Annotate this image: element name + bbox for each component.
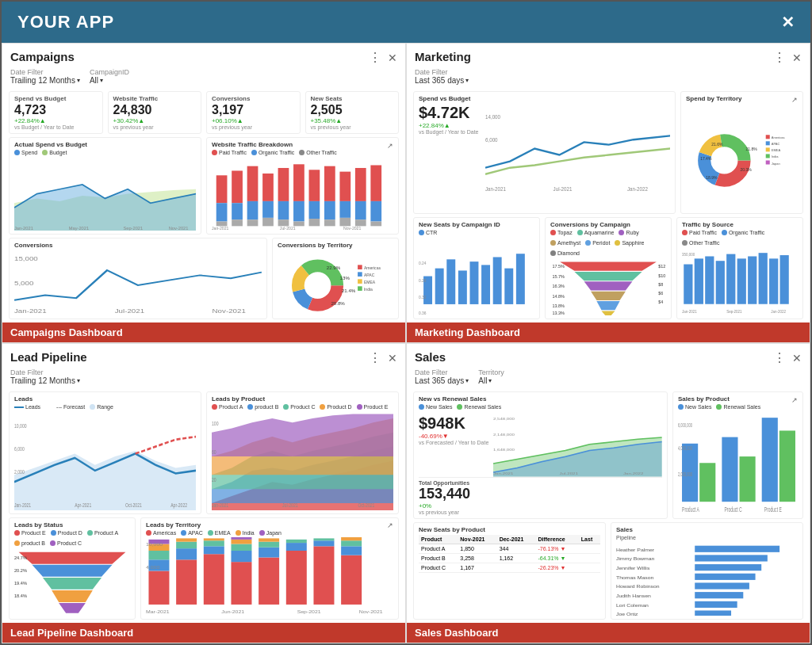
svg-text:0.24: 0.24 — [419, 261, 427, 265]
campaigns-menu-icon[interactable]: ⋮ — [369, 50, 381, 65]
svg-text:Jul-2021: Jul-2021 — [280, 226, 296, 231]
svg-text:Jimmy Bowman: Jimmy Bowman — [616, 556, 654, 561]
svg-text:Nov-2021: Nov-2021 — [359, 609, 384, 614]
total-opp-sub: vs previous year — [419, 510, 662, 515]
expand-leads-territory-icon[interactable]: ↗ — [387, 521, 393, 529]
svg-text:20.8%: 20.8% — [331, 300, 345, 306]
svg-text:22.9%: 22.9% — [327, 265, 341, 270]
sales-close-icon[interactable]: ✕ — [792, 352, 802, 364]
svg-rect-183 — [286, 540, 307, 543]
svg-rect-19 — [278, 201, 289, 219]
svg-marker-152 — [43, 578, 102, 590]
lead-pipeline-menu-icon[interactable]: ⋮ — [369, 350, 381, 365]
campaigns-close-icon[interactable]: ✕ — [388, 52, 397, 64]
marketing-charts-row1: Spend vs Budget $4.72K +22.84%▲ vs Budge… — [413, 91, 803, 214]
svg-text:17.4%: 17.4% — [700, 156, 712, 161]
total-opp-change: +0% — [419, 502, 662, 510]
sales-pipeline-svg: Heather Palmer Jimmy Bowman Jennifer Wil… — [616, 542, 798, 616]
svg-text:18.9%: 18.9% — [706, 175, 718, 180]
marketing-menu-icon[interactable]: ⋮ — [773, 50, 786, 65]
marketing-close-icon[interactable]: ✕ — [792, 52, 802, 64]
svg-rect-11 — [232, 219, 243, 226]
svg-text:100: 100 — [212, 420, 219, 426]
svg-rect-207 — [722, 437, 737, 502]
svg-text:Jan-2021: Jan-2021 — [212, 226, 229, 231]
svg-rect-190 — [341, 537, 362, 540]
svg-rect-36 — [370, 166, 381, 201]
lead-pipeline-close-icon[interactable]: ✕ — [388, 352, 397, 364]
new-seats-campaign-chart: New Seats by Campaign ID CTR — [413, 217, 540, 319]
svg-text:Product A: Product A — [682, 506, 699, 513]
svg-text:Sep-2021: Sep-2021 — [297, 609, 322, 615]
sales-by-product-chart: Sales by Product ↗ New Sales Renewal Sal… — [672, 391, 803, 519]
sales-big-sub: vs Forecasted / Year to Date — [419, 440, 488, 446]
svg-text:EMEA: EMEA — [772, 148, 781, 152]
svg-text:2,000: 2,000 — [14, 468, 25, 475]
svg-text:Japan: Japan — [772, 162, 780, 166]
svg-rect-117 — [684, 264, 692, 303]
svg-rect-174 — [231, 544, 251, 550]
total-opp-label: Total Opportunities — [419, 480, 662, 486]
lead-pipeline-filter-row: Date Filter Trailing 12 Months▾ — [2, 368, 405, 388]
svg-rect-9 — [232, 171, 243, 204]
svg-text:Jan-2021: Jan-2021 — [14, 309, 47, 315]
svg-rect-210 — [779, 430, 795, 502]
svg-marker-150 — [19, 552, 126, 564]
expand-icon[interactable]: ↗ — [387, 142, 393, 150]
svg-text:Nov-2021: Nov-2021 — [213, 309, 247, 315]
sales-banner: Sales Dashboard — [407, 623, 810, 643]
sales-body: New vs Renewal Sales New Sales Renewal S… — [407, 388, 810, 623]
svg-rect-121 — [726, 254, 735, 304]
svg-rect-83 — [766, 154, 770, 158]
expand-sales-product-icon[interactable]: ↗ — [791, 396, 798, 404]
svg-rect-159 — [148, 571, 169, 604]
lead-pipeline-banner: Lead Pipeline Dashboard — [2, 623, 405, 643]
svg-text:21.8%: 21.8% — [746, 147, 758, 151]
conversions-territory-svg: 22.9% 13% 21.4% 20.8% Americas APAC — [278, 250, 393, 315]
leads-product-chart: Leads by Product Product A product B Pro… — [206, 391, 399, 514]
svg-rect-94 — [504, 269, 513, 304]
svg-text:Sep-2021: Sep-2021 — [123, 226, 143, 231]
campaigns-controls: ⋮ ✕ — [369, 50, 397, 65]
svg-rect-79 — [766, 141, 770, 145]
sales-title: Sales — [415, 350, 446, 364]
campaigns-title: Campaigns — [10, 50, 75, 63]
svg-text:APAC: APAC — [772, 142, 780, 146]
marketing-header: Marketing ⋮ ✕ — [407, 44, 810, 68]
lead-pipeline-controls: ⋮ ✕ — [369, 350, 397, 365]
leads-territory-chart: Leads by Territory ↗ Americas APAC EMEA … — [140, 517, 399, 620]
conversions-campaign-svg: 17.5% 15.7% 16.3% 14.8% 13.8% 13.3% $12 … — [550, 258, 666, 315]
svg-rect-18 — [278, 168, 289, 201]
close-button[interactable]: ✕ — [781, 13, 795, 32]
svg-rect-31 — [339, 201, 350, 218]
svg-text:Jennifer Willis: Jennifer Willis — [616, 565, 649, 570]
svg-text:Jun-2021: Jun-2021 — [221, 609, 244, 614]
sales-territory-filter: Territory All▾ — [478, 368, 504, 385]
new-seats-svg: 0.36 0.32 0.28 0.24 — [419, 237, 534, 315]
svg-text:Joe Ortiz: Joe Ortiz — [616, 612, 638, 616]
svg-rect-173 — [231, 551, 251, 562]
svg-text:Oct-2021: Oct-2021 — [125, 502, 142, 508]
marketing-banner: Marketing Dashboard — [407, 322, 810, 342]
marketing-big-value: $4.72K — [419, 104, 479, 122]
website-traffic-svg: Jan-2021 Jul-2021 Nov-2021 — [212, 157, 393, 231]
sales-by-product-svg: Product A Product C Product E 6,000,000 … — [678, 411, 798, 515]
svg-rect-32 — [339, 218, 350, 226]
sales-filter-row: Date Filter Last 365 days▾ Territory All… — [407, 368, 810, 388]
svg-rect-13 — [247, 201, 259, 219]
metric-new-seats: New Seats 2,505 +35.48%▲ vs previous yea… — [305, 91, 400, 134]
svg-text:Jul-2021: Jul-2021 — [560, 471, 578, 475]
svg-text:Heather Palmer: Heather Palmer — [616, 547, 654, 551]
expand-territory-icon[interactable]: ↗ — [791, 96, 798, 104]
svg-text:Jan-2022: Jan-2022 — [627, 186, 648, 192]
svg-rect-61 — [358, 287, 362, 292]
svg-text:17.5%: 17.5% — [552, 265, 565, 269]
svg-text:Jan-2022: Jan-2022 — [623, 471, 643, 475]
svg-marker-143 — [212, 414, 393, 457]
conversions-campaign-chart: Conversions by Campaign Topaz Aquamarine… — [545, 217, 672, 319]
sales-menu-icon[interactable]: ⋮ — [773, 350, 786, 365]
marketing-body: Spend vs Budget $4.72K +22.84%▲ vs Budge… — [407, 88, 810, 322]
lead-pipeline-charts-row1: Leads Leads --- Forecast Range Jan-20 — [9, 391, 399, 514]
svg-rect-178 — [259, 548, 279, 558]
svg-rect-93 — [493, 257, 502, 303]
